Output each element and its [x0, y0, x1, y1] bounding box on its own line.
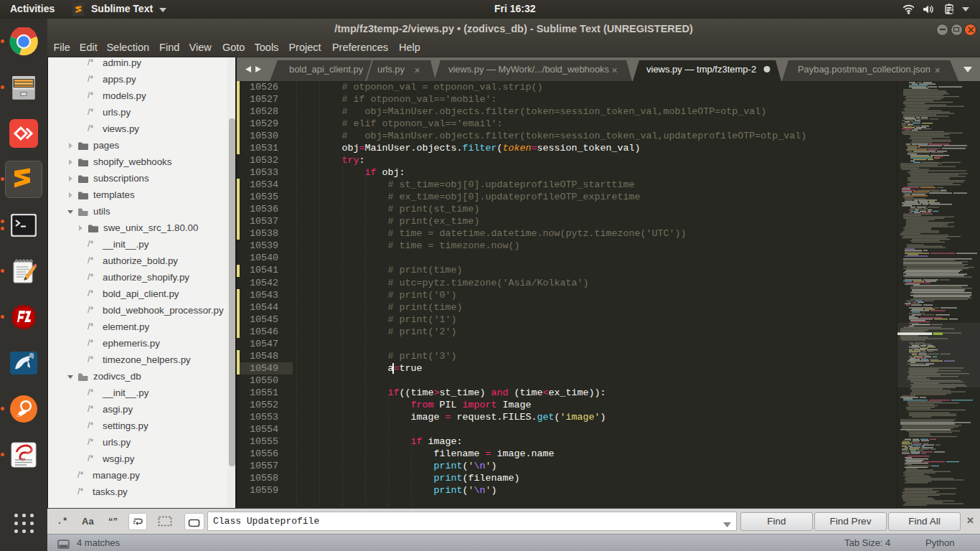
svg-text:urls.py: urls.py — [377, 64, 405, 75]
svg-text:✕: ✕ — [414, 66, 420, 75]
svg-text:views.py — MyWork/.../bold_web: views.py — MyWork/.../bold_webhooks — [448, 64, 609, 75]
svg-text:views.py — tmp/fz3temp-2: views.py — tmp/fz3temp-2 — [646, 64, 756, 75]
svg-text:✕: ✕ — [611, 66, 618, 75]
svg-text:bold_api_client.py: bold_api_client.py — [289, 64, 364, 75]
